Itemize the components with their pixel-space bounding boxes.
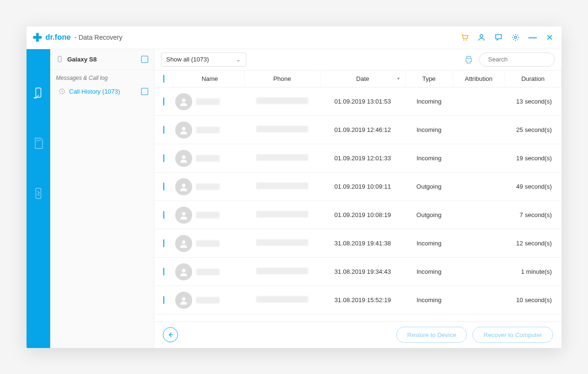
row-checkbox[interactable] [163,154,164,162]
row-checkbox[interactable] [163,268,164,276]
user-icon[interactable] [477,33,486,42]
row-checkbox[interactable] [163,296,164,304]
rail-sdcard-icon[interactable] [32,137,45,149]
call-history-checkbox[interactable] [141,88,148,95]
table-row[interactable]: 01.09.2019 10:08:19Outgoing7 second(s) [154,201,561,229]
sidebar: Galaxy S8 Messages & Call log Call Histo… [50,49,154,348]
phone-redacted [256,154,308,161]
svg-point-14 [182,240,185,244]
cell-type: Incoming [405,144,453,173]
name-redacted [196,127,220,133]
cell-duration: 19 second(s) [505,144,561,173]
phone-redacted [256,97,308,104]
row-checkbox[interactable] [163,239,164,247]
row-checkbox[interactable] [163,97,164,105]
cell-duration: 7 second(s) [505,201,561,229]
avatar-icon [175,235,192,252]
table-row[interactable]: 31.08.2019 15:52:19Incoming10 second(s) [154,286,561,314]
svg-point-0 [463,40,464,41]
col-phone[interactable]: Phone [244,70,320,87]
svg-point-11 [182,155,185,158]
brand-text: dr.fone [45,33,71,42]
name-redacted [196,297,220,304]
table-header-row: Name Phone Date Type Attribution Duratio… [154,70,561,87]
avatar-icon [175,93,192,110]
sidebar-item-label: Call History (1073) [69,88,137,95]
col-attribution[interactable]: Attribution [453,70,505,87]
close-button[interactable] [545,33,554,42]
avatar-icon [175,263,192,280]
footer: Restore to Device Recover to Computer [154,322,561,348]
filter-value: Show all (1073) [166,56,209,63]
app-subtitle: - Data Recovery [74,34,122,41]
svg-point-1 [466,40,467,41]
table-row[interactable]: 31.08.2019 19:41:38Incoming12 second(s) [154,229,561,258]
svg-point-16 [182,297,185,300]
col-type[interactable]: Type [405,70,453,87]
avatar-icon [175,178,192,195]
clock-icon [59,88,65,95]
phone-redacted [256,126,308,132]
print-icon[interactable] [464,55,473,64]
cell-date: 01.09.2019 10:08:19 [320,201,405,229]
svg-point-9 [182,98,185,102]
device-row[interactable]: Galaxy S8 [50,49,154,70]
row-checkbox[interactable] [163,183,164,191]
col-duration[interactable]: Duration [505,70,561,87]
search-box[interactable] [479,52,555,67]
table-row[interactable]: 01.09.2019 12:01:33Incoming19 second(s) [154,144,561,173]
minimize-button[interactable]: — [528,33,537,42]
table-row[interactable]: 01.09.2019 10:09:11Outgoing49 second(s) [154,173,561,201]
sidebar-item-call-history[interactable]: Call History (1073) [50,85,154,98]
svg-rect-6 [58,56,62,62]
col-date[interactable]: Date [320,70,405,87]
rail-broken-phone-icon[interactable] [32,187,45,200]
cell-type: Incoming [405,286,453,314]
search-input[interactable] [488,56,561,63]
group-messages-calllog: Messages & Call log [50,70,154,85]
cell-attribution [453,116,505,144]
svg-point-2 [480,35,483,37]
cell-date: 31.08.2019 19:34:43 [320,258,405,286]
table-row[interactable]: 31.08.2019 19:34:43Incoming1 minute(s) [154,258,561,286]
phone-redacted [256,183,308,189]
device-name: Galaxy S8 [67,56,137,63]
app-logo: dr.fone [32,32,71,43]
row-checkbox[interactable] [163,126,164,134]
toolbar: Show all (1073) ⌄ [154,49,561,70]
recover-to-computer-button[interactable]: Recover to Computer [472,327,553,343]
back-button[interactable] [163,327,178,342]
rail-phone-recover-icon[interactable] [32,87,45,99]
table-row[interactable]: 01.09.2019 13:01:53Incoming13 second(s) [154,87,561,116]
row-checkbox[interactable] [163,211,164,219]
table-row[interactable]: 01.09.2019 12:46:12Incoming25 second(s) [154,116,561,144]
cell-attribution [453,229,505,258]
cell-date: 31.08.2019 15:52:19 [320,286,405,314]
settings-icon[interactable] [511,33,520,42]
main-content: Show all (1073) ⌄ [154,49,561,348]
select-all-checkbox[interactable] [163,75,164,83]
cell-type: Incoming [405,229,453,258]
cell-duration: 12 second(s) [505,229,561,258]
cell-duration: 1 minute(s) [505,258,561,286]
phone-redacted [256,296,308,303]
cell-duration: 10 second(s) [505,286,561,314]
cell-date: 31.08.2019 19:41:38 [320,229,405,258]
device-checkbox[interactable] [141,56,148,63]
phone-redacted [256,239,308,246]
logo-cross-icon [32,32,43,43]
cell-attribution [453,87,505,116]
svg-point-3 [515,36,517,39]
feedback-icon[interactable] [494,33,503,42]
cart-icon[interactable] [460,33,469,42]
cell-attribution [453,144,505,173]
restore-to-device-button[interactable]: Restore to Device [396,327,467,343]
cell-date: 01.09.2019 13:01:53 [320,87,405,116]
col-name[interactable]: Name [173,70,244,87]
name-redacted [196,183,220,190]
name-redacted [196,98,220,105]
filter-select[interactable]: Show all (1073) ⌄ [161,52,246,67]
call-history-table: Name Phone Date Type Attribution Duratio… [154,70,561,322]
app-window: dr.fone - Data Recovery — [27,26,561,348]
svg-point-12 [182,183,185,187]
